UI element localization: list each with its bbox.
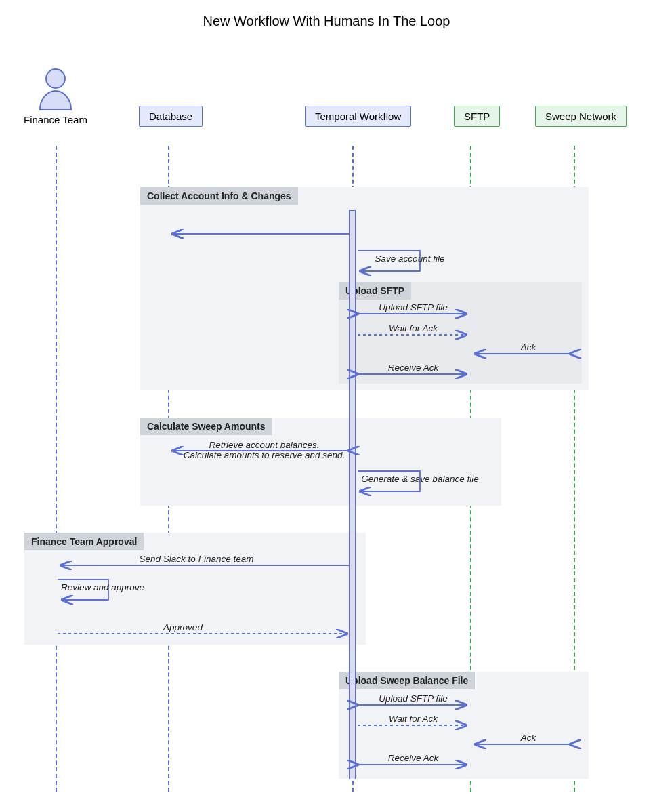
diagram-title: New Workflow With Humans In The Loop (0, 0, 653, 29)
sequence-diagram: New Workflow With Humans In The Loop Col… (0, 0, 653, 812)
group-calc-sweep: Calculate Sweep Amounts (140, 418, 501, 506)
actor-finance-team: Finance Team (22, 68, 89, 125)
msg-receive-ack-2: Receive Ack (376, 753, 450, 763)
msg-wait-ack-1: Wait for Ack (376, 323, 450, 333)
group-calc-sweep-label: Calculate Sweep Amounts (140, 418, 272, 435)
svg-point-0 (46, 69, 65, 88)
person-icon (37, 68, 74, 111)
msg-upload-sftp-file-2: Upload SFTP file (366, 693, 461, 704)
msg-send-slack: Send Slack to Finance team (95, 554, 298, 564)
participant-database: Database (139, 106, 203, 127)
msg-wait-ack-2: Wait for Ack (376, 714, 450, 724)
msg-ack-2: Ack (508, 733, 549, 743)
msg-ack-1: Ack (508, 342, 549, 352)
participant-sftp: SFTP (454, 106, 500, 127)
participant-temporal: Temporal Workflow (305, 106, 411, 127)
msg-review-approve: Review and approve (61, 582, 183, 592)
msg-approved: Approved (135, 622, 230, 632)
group-approval-label: Finance Team Approval (24, 533, 144, 550)
lifeline-finance-team (56, 146, 57, 792)
msg-retrieve-balances: Retrieve account balances. Calculate amo… (176, 440, 352, 460)
group-collect-label: Collect Account Info & Changes (140, 187, 298, 205)
group-upload-balance-label: Upload Sweep Balance File (339, 672, 475, 689)
msg-receive-ack-1: Receive Ack (376, 363, 450, 373)
msg-upload-sftp-file-1: Upload SFTP file (366, 302, 461, 312)
msg-gen-balance-file: Generate & save balance file (352, 474, 488, 484)
msg-save-account-file: Save account file (359, 253, 461, 264)
activation-temporal (349, 210, 356, 779)
group-upload-sftp-inner: Upload SFTP (339, 282, 582, 384)
actor-finance-team-label: Finance Team (22, 114, 89, 125)
participant-sweep: Sweep Network (535, 106, 627, 127)
